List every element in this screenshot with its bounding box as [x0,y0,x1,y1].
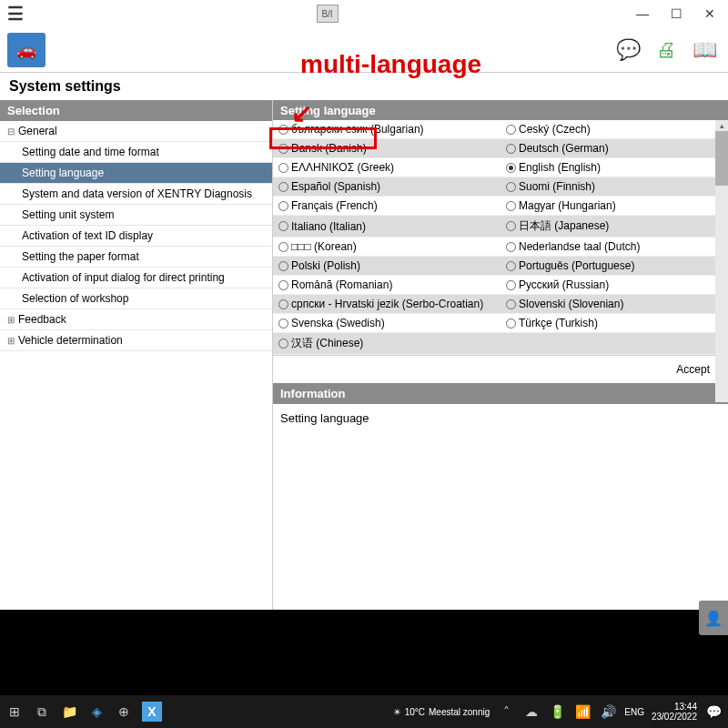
notifications-icon[interactable]: 💬 [704,703,723,721]
xentry-icon[interactable]: X [142,702,162,722]
language-option[interactable]: 日本語 (Japanese) [500,216,728,238]
radio-icon[interactable] [278,221,288,231]
scroll-up-icon[interactable]: ▴ [715,120,728,131]
taskview-icon[interactable]: ⧉ [33,703,51,721]
radio-icon[interactable] [278,144,288,154]
language-option[interactable]: Polski (Polish) [273,257,500,276]
language-option[interactable]: Español (Spanish) [273,177,500,197]
taskbar: ⊞ ⧉ 📁 ◈ ⊕ X ☀ 10°C Meestal zonnig ˄ ☁ 🔋 … [0,695,728,728]
expand-icon[interactable]: ⊞ [7,336,15,346]
info-header: Information [273,383,728,404]
language-option[interactable]: 汉语 (Chinese) [273,333,500,355]
language-label: Magyar (Hungarian) [519,199,616,212]
scrollbar[interactable]: ▴ [715,120,728,402]
language-option [500,333,728,355]
tree-item[interactable]: Setting the paper format [0,247,272,268]
language-option[interactable]: ΕΛΛΗΝΙΚΟΣ (Greek) [273,158,500,177]
expand-icon[interactable]: ⊞ [7,315,15,325]
radio-icon[interactable] [506,182,516,192]
language-option[interactable]: српски - Hrvatski jezik (Serbo-Croatian) [273,295,500,314]
language-label: Suomi (Finnish) [519,180,595,193]
language-option[interactable]: Português (Portuguese) [500,257,728,276]
titlebar: ☰ B/I — ☐ ✕ [0,0,728,27]
language-option[interactable]: Ceský (Czech) [500,120,728,139]
hamburger-menu-icon[interactable]: ☰ [7,3,24,25]
tree-group[interactable]: ⊞Feedback [0,309,272,330]
radio-icon[interactable] [278,339,288,349]
radio-icon[interactable] [506,299,516,309]
language-option[interactable]: Nederlandse taal (Dutch) [500,238,728,257]
toolbar: 🚗 💬 🖨 📖 [0,27,728,73]
language-option[interactable]: Slovenski (Slovenian) [500,295,728,314]
radio-icon[interactable] [278,125,288,135]
vehicle-button[interactable]: 🚗 [7,33,46,67]
start-button[interactable]: ⊞ [5,703,24,721]
radio-icon[interactable] [278,280,288,290]
radio-icon[interactable] [506,318,516,329]
language-label: ΕΛΛΗΝΙΚΟΣ (Greek) [291,161,394,174]
minimize-button[interactable]: — [631,5,654,23]
language-option[interactable]: Suomi (Finnish) [500,177,728,197]
language-option[interactable]: Français (French) [273,197,500,216]
language-option[interactable]: English (English) [500,158,728,177]
radio-icon[interactable] [278,242,288,252]
scroll-thumb[interactable] [715,131,728,186]
language-indicator[interactable]: ENG [624,707,644,717]
radio-icon[interactable] [278,201,288,211]
close-button[interactable]: ✕ [699,5,721,23]
radio-icon[interactable] [506,242,516,252]
language-option[interactable]: български език (Bulgarian) [273,120,500,139]
clock[interactable]: 13:44 23/02/2022 [652,702,697,722]
radio-icon[interactable] [506,221,516,231]
accept-button[interactable]: Accept [273,355,728,383]
book-icon[interactable]: 📖 [688,35,721,66]
radio-icon[interactable] [278,299,288,309]
tree-group[interactable]: ⊞Vehicle determination [0,330,272,351]
chat-icon[interactable]: 💬 [612,35,644,66]
side-tab-icon[interactable]: 👤 [699,601,728,635]
radio-icon[interactable] [278,182,288,192]
explorer-icon[interactable]: 📁 [60,703,78,721]
tray-chevron-icon[interactable]: ˄ [497,703,515,721]
language-option[interactable]: Deutsch (German) [500,139,728,158]
language-option[interactable]: Русский (Russian) [500,276,728,295]
tree-item[interactable]: Setting unit system [0,205,272,226]
radio-icon[interactable] [506,261,516,271]
wifi-icon[interactable]: 📶 [573,703,592,721]
radio-icon[interactable] [506,163,516,173]
tree-item[interactable]: Activation of input dialog for direct pr… [0,268,272,288]
language-option[interactable]: Dansk (Danish) [273,139,500,158]
language-option[interactable]: Italiano (Italian) [273,216,500,238]
tree-item[interactable]: Selection of workshop [0,288,272,309]
maximize-button[interactable]: ☐ [665,5,688,23]
radio-icon[interactable] [278,163,288,173]
tree-item[interactable]: Setting date and time format [0,142,272,163]
radio-icon[interactable] [278,318,288,329]
language-option[interactable]: Română (Romanian) [273,276,500,295]
weather-widget[interactable]: ☀ 10°C Meestal zonnig [393,707,490,717]
language-option[interactable]: Türkçe (Turkish) [500,314,728,333]
tree-item[interactable]: Activation of text ID display [0,226,272,247]
battery-icon[interactable]: 🔋 [548,703,566,721]
print-icon[interactable]: 🖨 [650,35,682,66]
radio-icon[interactable] [506,144,516,154]
teamviewer-icon[interactable]: ◈ [87,703,106,721]
cloud-icon[interactable]: ☁ [522,703,541,721]
tree-item[interactable]: System and data version of XENTRY Diagno… [0,184,272,205]
language-label: Română (Romanian) [291,278,392,291]
radio-icon[interactable] [506,201,516,211]
sidebar-header: Selection [0,100,272,121]
volume-icon[interactable]: 🔊 [599,703,617,721]
tree-item[interactable]: Setting language [0,163,272,184]
language-option[interactable]: Svenska (Swedish) [273,314,500,333]
radio-icon[interactable] [506,125,516,135]
radio-icon[interactable] [506,280,516,290]
tree-group[interactable]: ⊟General [0,121,272,142]
language-label: български език (Bulgarian) [291,123,424,136]
language-label: Dansk (Danish) [291,142,367,155]
radio-icon[interactable] [278,261,288,271]
shield-icon[interactable]: ⊕ [115,703,133,721]
language-option[interactable]: □□□ (Korean) [273,238,500,257]
language-option[interactable]: Magyar (Hungarian) [500,197,728,216]
collapse-icon[interactable]: ⊟ [7,126,15,136]
